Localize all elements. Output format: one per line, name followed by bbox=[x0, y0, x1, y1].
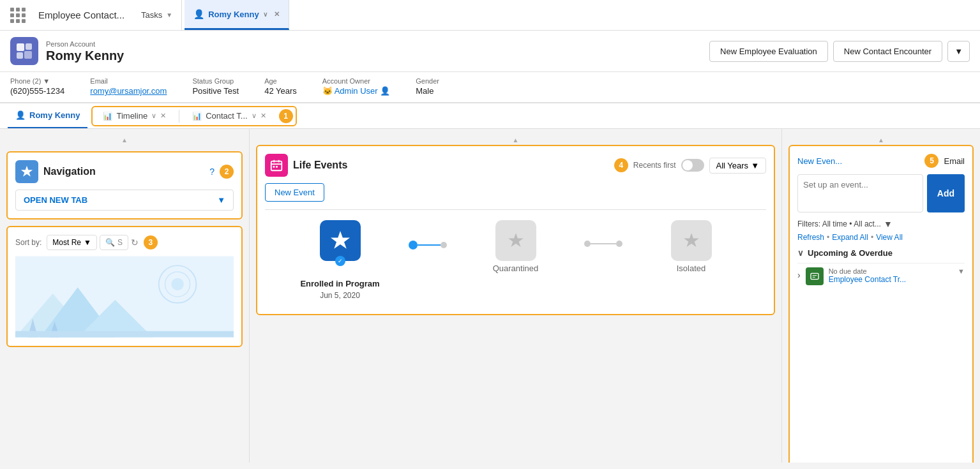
svg-point-7 bbox=[171, 278, 184, 291]
recents-first-label: Recents first bbox=[633, 161, 676, 170]
sort-search-placeholder: S bbox=[117, 238, 123, 247]
new-employee-evaluation-button[interactable]: New Employee Evaluation bbox=[709, 41, 828, 62]
sub-tab-contact-t[interactable]: 📊 Contact T... ∨ ✕ bbox=[185, 107, 274, 125]
sub-tab-romy-kenny[interactable]: 👤 Romy Kenny bbox=[8, 103, 87, 128]
tab-romy-dropdown-icon[interactable]: ∨ bbox=[263, 11, 268, 18]
all-years-label: All Years bbox=[716, 161, 749, 170]
timeline-line-2 bbox=[591, 243, 616, 244]
account-owner-value[interactable]: 🐱 Admin User 👤 bbox=[322, 86, 390, 96]
nav-box-header: Navigation ? 2 bbox=[15, 160, 234, 183]
sort-badge: 3 bbox=[144, 235, 158, 249]
upcoming-chevron-icon[interactable]: ∨ bbox=[797, 248, 804, 258]
sort-by-label: Sort by: bbox=[15, 238, 41, 247]
sort-select[interactable]: Most Re ▼ bbox=[47, 235, 97, 250]
recents-toggle[interactable] bbox=[681, 159, 704, 172]
all-years-button[interactable]: All Years ▼ bbox=[709, 158, 766, 174]
tab-person-icon: 👤 bbox=[193, 9, 204, 19]
header-section: Person Account Romy Kenny New Employee E… bbox=[0, 31, 980, 72]
all-years-dropdown-icon: ▼ bbox=[751, 161, 759, 170]
sub-tab-timeline[interactable]: 📊 Timeline ∨ ✕ bbox=[95, 107, 174, 125]
account-owner-label: Account Owner bbox=[322, 77, 390, 85]
sub-tab-timeline-collapse-icon[interactable]: ∨ bbox=[151, 112, 156, 120]
record-type-label: Person Account bbox=[46, 40, 95, 48]
sub-nav-badge: 1 bbox=[279, 109, 293, 123]
life-events-calendar-icon bbox=[265, 154, 288, 177]
status-group-value: Positive Test bbox=[192, 86, 239, 96]
nav-star-icon bbox=[15, 160, 38, 183]
sub-tab-contactt-icon: 📊 bbox=[192, 112, 202, 121]
life-events-badge: 4 bbox=[614, 158, 628, 172]
phone-label[interactable]: Phone (2) ▼ bbox=[10, 77, 64, 85]
phone-value: (620)555-1234 bbox=[10, 86, 64, 96]
top-bar: Employee Contact... Tasks ▼ 👤 Romy Kenny… bbox=[0, 0, 980, 31]
app-title: Employee Contact... bbox=[33, 10, 130, 20]
nav-badge: 2 bbox=[220, 165, 234, 179]
nav-question-icon[interactable]: ? bbox=[209, 167, 215, 177]
tab-tasks[interactable]: Tasks ▼ bbox=[132, 0, 182, 30]
tab-tasks-dropdown-icon[interactable]: ▼ bbox=[166, 11, 172, 19]
tab-romy-kenny-label: Romy Kenny bbox=[208, 10, 259, 19]
sub-nav-divider bbox=[179, 110, 179, 123]
sort-panel: Sort by: Most Re ▼ 🔍 S ↻ 3 bbox=[6, 226, 243, 347]
svg-rect-0 bbox=[17, 43, 24, 51]
new-contact-encounter-button[interactable]: New Contact Encounter bbox=[833, 41, 942, 62]
timeline-dot-2 bbox=[441, 242, 447, 248]
navigation-panel: Navigation ? 2 OPEN NEW TAB ▼ bbox=[6, 151, 243, 220]
sub-tab-group: 📊 Timeline ∨ ✕ 📊 Contact T... ∨ ✕ 1 bbox=[91, 106, 296, 126]
refresh-link[interactable]: Refresh bbox=[797, 233, 824, 242]
timeline-dot-4 bbox=[616, 241, 622, 247]
search-icon: 🔍 bbox=[105, 238, 115, 247]
left-panel: ▲ Navigation ? 2 OPEN NEW TAB ▼ Sort bbox=[0, 129, 249, 463]
gender-value: Male bbox=[416, 86, 433, 96]
right-box-header: New Even... 5 Email bbox=[797, 154, 965, 168]
phone-field: Phone (2) ▼ (620)555-1234 bbox=[10, 77, 64, 96]
task-expand-icon[interactable]: › bbox=[797, 270, 801, 280]
open-new-tab-button[interactable]: OPEN NEW TAB ▼ bbox=[15, 190, 234, 211]
tab-romy-kenny[interactable]: 👤 Romy Kenny ∨ ✕ bbox=[185, 0, 289, 30]
task-dropdown-icon[interactable]: ▼ bbox=[958, 267, 965, 275]
sort-select-icon: ▼ bbox=[84, 238, 91, 247]
center-scroll-up[interactable]: ▲ bbox=[256, 135, 775, 145]
sort-select-value: Most Re bbox=[52, 238, 81, 247]
header-right: New Employee Evaluation New Contact Enco… bbox=[709, 41, 970, 62]
view-all-link[interactable]: View All bbox=[876, 233, 903, 242]
email-field: Email romy@ursamjor.com bbox=[90, 77, 167, 96]
event-input[interactable]: Set up an event... bbox=[797, 174, 923, 212]
sort-refresh-icon[interactable]: ↻ bbox=[131, 237, 139, 248]
filters-text: Filters: All time • All act... bbox=[797, 220, 881, 228]
new-event-button[interactable]: New Event bbox=[265, 183, 324, 202]
timeline-line-1 bbox=[418, 244, 441, 246]
event-quarantined-icon bbox=[495, 220, 536, 261]
right-scroll-up[interactable]: ▲ bbox=[788, 135, 974, 145]
main-content: ▲ Navigation ? 2 OPEN NEW TAB ▼ Sort bbox=[0, 129, 980, 463]
life-events-header: Life Events 4 Recents first All Years ▼ bbox=[265, 154, 766, 177]
sub-tab-timeline-close-icon[interactable]: ✕ bbox=[160, 112, 166, 120]
event-isolated-icon bbox=[671, 220, 712, 261]
svg-rect-2 bbox=[17, 52, 23, 59]
svg-rect-14 bbox=[271, 161, 282, 171]
sort-header: Sort by: Most Re ▼ 🔍 S ↻ 3 bbox=[15, 235, 234, 250]
header-more-dropdown-button[interactable]: ▼ bbox=[947, 41, 970, 62]
filter-icon[interactable]: ▼ bbox=[884, 219, 893, 229]
sub-tab-contactt-collapse-icon[interactable]: ∨ bbox=[252, 112, 257, 120]
svg-rect-3 bbox=[24, 51, 32, 59]
sub-tab-contactt-close-icon[interactable]: ✕ bbox=[260, 112, 266, 120]
nav-title: Navigation bbox=[43, 166, 204, 177]
tab-romy-close-icon[interactable]: ✕ bbox=[274, 10, 280, 19]
timeline-dot-1 bbox=[409, 241, 418, 249]
new-event-link[interactable]: New Even... bbox=[797, 156, 924, 166]
email-value[interactable]: romy@ursamjor.com bbox=[90, 86, 167, 96]
sort-search-box[interactable]: 🔍 S bbox=[100, 235, 128, 250]
left-scroll-up[interactable]: ▲ bbox=[6, 135, 243, 145]
landscape-illustration bbox=[15, 255, 234, 338]
svg-rect-18 bbox=[273, 166, 275, 168]
task-title[interactable]: Employee Contact Tr... bbox=[829, 275, 965, 284]
svg-rect-19 bbox=[276, 166, 278, 168]
add-event-button[interactable]: Add bbox=[927, 174, 965, 212]
filters-row: Filters: All time • All act... ▼ bbox=[797, 219, 965, 229]
sub-tab-contactt-label: Contact T... bbox=[206, 111, 248, 121]
expand-all-link[interactable]: Expand All bbox=[832, 233, 868, 242]
app-grid-icon[interactable] bbox=[5, 3, 31, 28]
task-text-area: No due date ▼ Employee Contact Tr... bbox=[829, 267, 965, 284]
age-value: 42 Years bbox=[264, 86, 297, 96]
